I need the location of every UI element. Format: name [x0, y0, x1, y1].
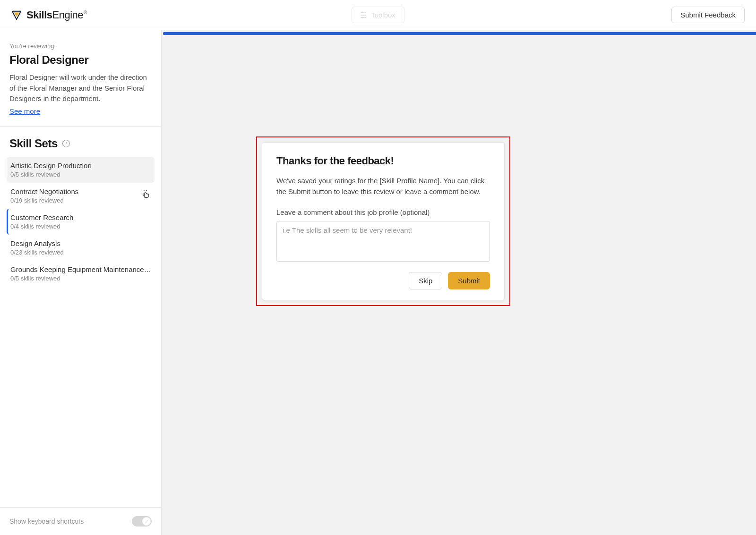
comment-label: Leave a comment about this job profile (…	[276, 208, 490, 216]
skillset-progress: 0/5 skills reviewed	[10, 171, 152, 178]
skillset-item[interactable]: Artistic Design Production0/5 skills rev…	[7, 157, 155, 183]
skillset-item[interactable]: Contract Negotiations0/19 skills reviewe…	[7, 183, 155, 209]
brand-logo[interactable]: SkillsEngine®	[11, 9, 87, 21]
sidebar-footer: Show keyboard shortcuts ✓	[0, 507, 161, 535]
feedback-card: Thanks for the feedback! We've saved you…	[262, 142, 505, 300]
submit-feedback-button[interactable]: Submit Feedback	[671, 7, 745, 23]
skillsets-header: Skill Sets i	[0, 127, 161, 157]
card-actions: Skip Submit	[276, 272, 490, 289]
menu-bars-icon	[361, 12, 366, 18]
skillset-item[interactable]: Grounds Keeping Equipment Maintenance an…	[7, 261, 155, 287]
skillset-name: Grounds Keeping Equipment Maintenance an…	[10, 265, 152, 273]
info-icon[interactable]: i	[62, 140, 70, 147]
skillset-name: Contract Negotiations	[10, 187, 152, 195]
topbar-center: Toolbox	[352, 7, 404, 23]
toolbox-label: Toolbox	[371, 11, 395, 19]
skillset-progress: 0/23 skills reviewed	[10, 249, 152, 256]
topbar: SkillsEngine® Toolbox Submit Feedback	[0, 0, 756, 30]
keyboard-shortcuts-label: Show keyboard shortcuts	[9, 518, 84, 525]
reviewing-label: You're reviewing:	[9, 42, 152, 50]
skillset-item[interactable]: Customer Research0/4 skills reviewed	[7, 209, 155, 235]
comment-input[interactable]	[276, 221, 490, 262]
profile-title: Floral Designer	[9, 53, 152, 67]
skillset-name: Design Analysis	[10, 239, 152, 247]
skillset-progress: 0/5 skills reviewed	[10, 275, 152, 282]
annotation-highlight: Thanks for the feedback! We've saved you…	[256, 136, 510, 306]
sidebar-intro: You're reviewing: Floral Designer Floral…	[0, 30, 161, 127]
skip-button[interactable]: Skip	[409, 272, 442, 289]
skillsets-title: Skill Sets	[9, 137, 58, 150]
brand-name: SkillsEngine®	[26, 9, 87, 21]
submit-button[interactable]: Submit	[448, 272, 490, 289]
card-body-text: We've saved your ratings for the [Skill …	[276, 176, 490, 197]
sidebar: You're reviewing: Floral Designer Floral…	[0, 30, 162, 535]
skillset-progress: 0/19 skills reviewed	[10, 197, 152, 204]
skillset-name: Customer Research	[10, 213, 152, 221]
see-more-link[interactable]: See more	[9, 107, 40, 115]
card-title: Thanks for the feedback!	[276, 155, 490, 167]
profile-description: Floral Designer will work under the dire…	[9, 72, 152, 104]
skillset-list: Artistic Design Production0/5 skills rev…	[0, 157, 161, 291]
toolbox-button[interactable]: Toolbox	[352, 7, 404, 23]
skillset-progress: 0/4 skills reviewed	[10, 223, 152, 230]
skillset-item[interactable]: Design Analysis0/23 skills reviewed	[7, 235, 155, 261]
skillset-name: Artistic Design Production	[10, 161, 152, 170]
check-icon: ✓	[145, 518, 149, 525]
keyboard-shortcuts-toggle[interactable]: ✓	[132, 516, 152, 527]
brand-mark-icon	[11, 10, 22, 20]
main-panel: Thanks for the feedback! We've saved you…	[162, 30, 756, 535]
